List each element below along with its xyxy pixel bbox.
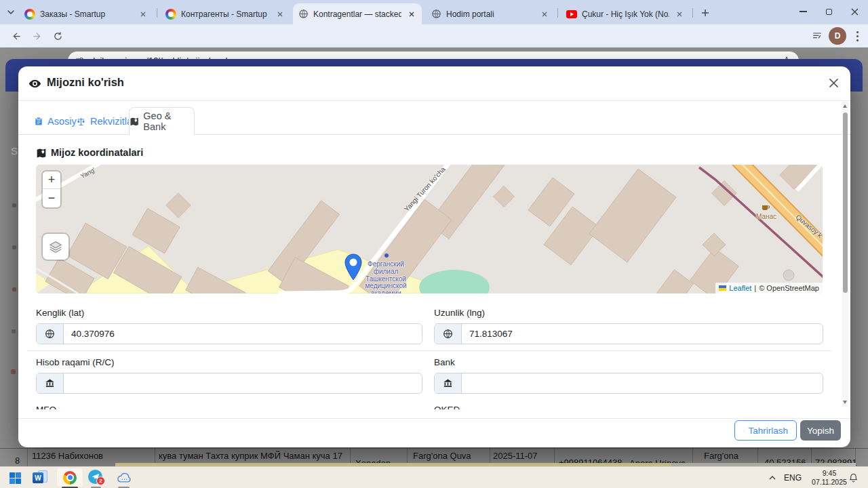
globe-favicon: [431, 9, 441, 19]
bank-input-group: [434, 373, 823, 394]
smartup-favicon: [165, 9, 176, 20]
edit-button[interactable]: Tahrirlash: [734, 420, 797, 441]
column-separator: [27, 448, 28, 466]
leaflet-link[interactable]: Leaflet: [729, 284, 751, 292]
close-button[interactable]: Yopish: [800, 420, 841, 441]
new-tab-button[interactable]: [697, 5, 713, 21]
modal-close-button[interactable]: [825, 74, 842, 92]
map-location-icon: [36, 148, 47, 159]
window-close-button[interactable]: [840, 0, 868, 23]
tab-close-icon[interactable]: [406, 9, 416, 19]
tab-separator: [692, 8, 693, 18]
chevron-down-icon: [7, 10, 14, 14]
browser-tab-active[interactable]: Kontragentlar — stacked moda: [293, 3, 422, 24]
row-address: кува туман Тахта куприк МФЙ Чаман куча 1…: [159, 451, 342, 461]
tab-close-icon[interactable]: [539, 9, 549, 19]
reload-button[interactable]: [49, 27, 66, 45]
smartup-favicon: [24, 9, 35, 20]
zoom-out-button[interactable]: −: [43, 189, 60, 207]
telegram-taskbar-icon[interactable]: 2: [88, 470, 106, 486]
table-row-top-border: [0, 448, 868, 449]
section-title: Mijoz koordinatalari: [51, 147, 143, 158]
bank-icon: [435, 373, 462, 393]
tray-expand-chevron[interactable]: [766, 472, 778, 483]
windows-logo-icon: [9, 472, 21, 484]
youtube-favicon: [566, 10, 577, 18]
browser-menu-button[interactable]: [849, 27, 865, 45]
modal-tab-asosiy[interactable]: Asosiy: [34, 108, 77, 134]
browser-tab-2[interactable]: Контрагенты - Smartup: [160, 3, 290, 24]
row-number: 8: [15, 455, 20, 466]
scrollbar-up-arrow[interactable]: [843, 104, 847, 108]
cloud-app-taskbar-icon[interactable]: [115, 469, 133, 485]
modal-title: Mijozni ko'rish: [47, 76, 124, 89]
osm-link[interactable]: © OpenStreetMap: [759, 284, 819, 292]
dimmed-sidebar-dot: [12, 287, 16, 291]
map-marker-pin[interactable]: [344, 253, 362, 281]
attribution-separator: |: [754, 284, 756, 292]
dimmed-sidebar-dot: [12, 245, 16, 249]
row-client-name: 11236 Набихонов: [32, 451, 103, 461]
word-taskbar-icon[interactable]: W: [33, 470, 49, 486]
chrome-icon: [63, 471, 77, 485]
tab-list-chevron-button[interactable]: [4, 5, 18, 19]
reload-icon: [53, 31, 63, 41]
row-region: Farg'ona: [704, 451, 738, 461]
lng-label: Uzunlik (lng): [434, 308, 485, 318]
kebab-menu-icon: [856, 35, 859, 37]
pencil-icon: [743, 426, 744, 435]
dimmed-sidebar-dot: [12, 203, 16, 207]
lat-input[interactable]: [64, 324, 422, 344]
account-label: Hisob raqami (R/C): [36, 357, 115, 367]
chevron-up-icon: [769, 476, 776, 480]
forward-button[interactable]: [28, 27, 46, 45]
leaflet-map[interactable]: Yang' Yangi Turon ko'cha Quvasoy k Манас…: [36, 165, 823, 293]
tab-close-icon[interactable]: [674, 9, 684, 19]
form-divider: [27, 350, 832, 351]
scrollbar-down-arrow[interactable]: [843, 401, 847, 404]
bell-icon: [848, 472, 859, 483]
layers-icon: [48, 239, 63, 254]
globe-icon: [435, 324, 462, 344]
map-location-icon: [130, 117, 139, 127]
lng-input-group: [434, 323, 823, 344]
notifications-button[interactable]: [846, 472, 860, 484]
bank-label: Bank: [434, 357, 455, 367]
reading-list-panel-button[interactable]: [808, 27, 826, 45]
modal-tab-geo-bank-active[interactable]: Geo & Bank: [129, 107, 195, 135]
tab-close-icon[interactable]: [275, 9, 285, 19]
scrollbar-thumb[interactable]: [843, 113, 848, 293]
account-input[interactable]: [64, 373, 422, 393]
browser-tab-4[interactable]: Hodim portali: [426, 3, 555, 24]
place-label: Ферганский филиал Ташкентской медицинско…: [353, 261, 418, 293]
tab-close-icon[interactable]: [138, 9, 148, 19]
chrome-active-tile[interactable]: [57, 468, 83, 487]
browser-tab-strip: Заказы - Smartup Контрагенты - Smartup K…: [0, 0, 868, 24]
windows-taskbar: W 2 ENG 9:45 07.11.2025: [0, 466, 868, 488]
scales-icon: [76, 117, 86, 127]
map-layers-button[interactable]: [43, 234, 68, 260]
zoom-in-button[interactable]: +: [43, 171, 60, 189]
modal-scrollbar[interactable]: [842, 102, 848, 407]
tab-title: Çukur - Hiç Işık Yok (No.1) - You: [582, 9, 669, 19]
language-indicator[interactable]: ENG: [784, 473, 802, 483]
browser-toolbar: daily-suvi.com/19l/public/mijozlar.php D: [0, 24, 868, 47]
modal-tab-rekvizitlar[interactable]: Rekvizitlar: [76, 108, 136, 134]
back-button[interactable]: [7, 27, 24, 45]
clipboard-icon: [34, 117, 43, 126]
screen: Заказы - Smartup Контрагенты - Smartup K…: [0, 0, 868, 488]
tab-title: Hodim portali: [446, 9, 534, 19]
start-button[interactable]: [7, 470, 23, 486]
browser-tab-1[interactable]: Заказы - Smartup: [19, 3, 153, 24]
page-partial-text: S: [11, 145, 18, 157]
lng-input[interactable]: [462, 324, 823, 344]
browser-tab-5[interactable]: Çukur - Hiç Işık Yok (No.1) - You: [561, 3, 690, 24]
profile-avatar[interactable]: D: [829, 27, 846, 45]
lat-input-group: [36, 323, 422, 344]
tab-title: Kontragentlar — stacked moda: [313, 9, 401, 19]
tab-separator: [557, 8, 558, 18]
leaflet-flag-icon: [719, 285, 726, 291]
bank-input[interactable]: [462, 373, 823, 393]
tab-title: Заказы - Smartup: [40, 9, 133, 19]
close-button-label: Yopish: [807, 426, 834, 436]
